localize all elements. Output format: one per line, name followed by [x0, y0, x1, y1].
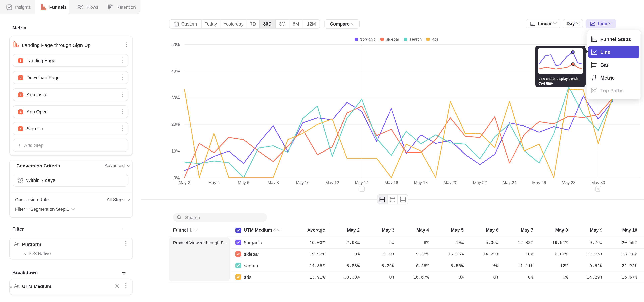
- svg-text:May 2: May 2: [179, 180, 190, 185]
- svg-text:May 12: May 12: [325, 180, 339, 185]
- svg-text:May 26: May 26: [532, 180, 546, 185]
- svg-text:1: 1: [361, 187, 363, 191]
- svg-text:May 18: May 18: [414, 180, 428, 185]
- svg-text:May 8: May 8: [268, 180, 279, 185]
- svg-text:May 20: May 20: [444, 180, 457, 185]
- svg-text:10%: 10%: [172, 149, 180, 153]
- svg-text:May 22: May 22: [473, 180, 487, 185]
- svg-text:50%: 50%: [172, 42, 180, 47]
- svg-text:May 24: May 24: [502, 180, 516, 185]
- svg-text:May 30: May 30: [591, 180, 605, 185]
- svg-text:30%: 30%: [172, 96, 180, 100]
- svg-text:20%: 20%: [172, 122, 180, 127]
- svg-text:May 6: May 6: [238, 180, 249, 185]
- svg-text:May 16: May 16: [384, 180, 398, 185]
- svg-text:1: 1: [597, 187, 599, 191]
- svg-text:40%: 40%: [172, 69, 180, 74]
- svg-text:May 14: May 14: [355, 180, 368, 185]
- svg-text:May 28: May 28: [562, 180, 576, 185]
- svg-text:May 4: May 4: [208, 180, 220, 185]
- svg-text:0%: 0%: [174, 175, 180, 180]
- svg-text:May 10: May 10: [296, 180, 310, 185]
